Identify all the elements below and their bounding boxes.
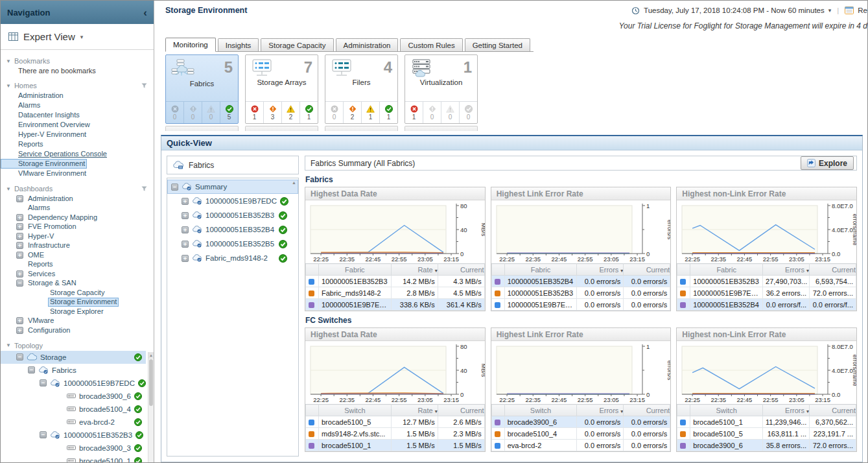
expand-toggle[interactable] bbox=[16, 279, 23, 287]
tab[interactable]: Storage Capacity bbox=[261, 38, 333, 51]
table-row[interactable]: brocade5100_1 1.5 MB/s 1.5 MB/s bbox=[306, 440, 485, 451]
view-selector[interactable]: Expert View ▾ bbox=[1, 24, 154, 50]
sidebar-item[interactable]: Service Operations Console bbox=[1, 149, 109, 159]
sidebar-item[interactable]: Administration bbox=[1, 91, 65, 101]
fabric-tree-item[interactable]: 100000051EB352B4 bbox=[167, 222, 298, 237]
expand-toggle[interactable] bbox=[28, 366, 35, 374]
column-header[interactable]: Fabric bbox=[319, 264, 392, 276]
sidebar-item[interactable]: Storage Environment bbox=[1, 298, 154, 307]
topology-tree-item[interactable]: 100000051E9B7EDC bbox=[1, 377, 146, 390]
scrollbar-thumb[interactable] bbox=[149, 359, 153, 406]
expand-toggle[interactable] bbox=[40, 431, 47, 438]
topology-tree-item[interactable]: brocade3900_3 bbox=[1, 442, 146, 455]
sidebar-item[interactable]: Datacenter Insights bbox=[1, 110, 82, 120]
fabric-tree-item[interactable]: 100000051EB352B3 bbox=[167, 208, 298, 222]
sidebar-item[interactable]: Reports bbox=[1, 139, 45, 149]
sidebar-item[interactable]: Storage & SAN bbox=[1, 279, 154, 289]
topology-tree-item[interactable]: brocade5100_4 bbox=[1, 403, 146, 416]
table-row[interactable]: 100000051EB352B3 27,490,703... 6,593,754… bbox=[677, 276, 856, 287]
sidebar-item[interactable]: Infrastructure bbox=[1, 241, 154, 251]
expand-toggle[interactable] bbox=[182, 212, 189, 219]
expand-toggle[interactable] bbox=[16, 353, 23, 361]
table-row[interactable]: brocade3900_6 0.0 errors/s 0.0 errors/s bbox=[491, 416, 670, 428]
expand-toggle[interactable] bbox=[16, 317, 23, 324]
status-fatal[interactable]: 0 bbox=[166, 102, 184, 123]
sidebar-item[interactable]: VMware bbox=[1, 316, 154, 326]
status-fatal[interactable]: 1 bbox=[405, 102, 423, 123]
expand-toggle[interactable] bbox=[16, 327, 23, 334]
scroll-up-icon[interactable]: ▲ bbox=[148, 352, 154, 359]
table-row[interactable]: brocade5100_1 11,239,946... 6,370,562... bbox=[677, 416, 856, 428]
collapse-sidebar-icon[interactable]: ‹ bbox=[143, 7, 147, 18]
sidebar-item[interactable]: Reports bbox=[1, 260, 154, 270]
sidebar-item[interactable]: Storage Explorer bbox=[1, 307, 154, 316]
status-warning[interactable]: 0 bbox=[202, 102, 220, 123]
status-critical[interactable]: 2 bbox=[344, 102, 362, 123]
topology-tree-item[interactable]: eva-brcd-2 bbox=[1, 416, 146, 429]
column-header[interactable]: Fabric bbox=[504, 264, 577, 276]
filter-icon[interactable] bbox=[141, 186, 147, 191]
sidebar-item[interactable]: OME bbox=[1, 250, 154, 260]
reports-label[interactable]: Re bbox=[858, 6, 867, 14]
section-homes[interactable]: ▼ Homes bbox=[1, 80, 154, 91]
column-header-sorted[interactable]: Rate▾ bbox=[391, 264, 438, 276]
expand-toggle[interactable] bbox=[182, 198, 189, 205]
column-header[interactable]: Current bbox=[438, 264, 484, 276]
summary-tile[interactable]: 4 Filers 0 2 1 bbox=[325, 54, 398, 124]
column-header[interactable]: Current bbox=[810, 405, 856, 416]
table-row[interactable]: 100000051EB352B4 0.0 errors/f... 0.0 err… bbox=[677, 299, 856, 311]
scroll-up-icon[interactable]: ▲ bbox=[292, 180, 296, 185]
status-warning[interactable]: 2 bbox=[282, 102, 300, 123]
expand-toggle[interactable] bbox=[16, 270, 23, 278]
section-topology[interactable]: ▼ Topology bbox=[1, 340, 154, 351]
sidebar-item[interactable]: Storage Environment bbox=[1, 159, 87, 169]
section-bookmarks[interactable]: ▼ Bookmarks bbox=[1, 55, 154, 66]
sidebar-item[interactable]: Hyper-V bbox=[1, 232, 154, 241]
table-row[interactable]: brocade5100_4 0.0 errors/s 0.0 errors/s bbox=[491, 428, 670, 440]
table-row[interactable]: brocade5100_5 12.7 MB/s 2.6 MB/s bbox=[306, 416, 485, 428]
column-header[interactable]: Current bbox=[624, 405, 670, 416]
tab[interactable]: Monitoring bbox=[165, 38, 216, 52]
tab[interactable]: Getting Started bbox=[465, 38, 530, 51]
fabric-tree-item[interactable]: Fabric_mds9148-2 bbox=[167, 251, 298, 265]
table-row[interactable]: 100000051EB352B3 0.0 errors/s 0.0 errors… bbox=[491, 287, 670, 299]
summary-tile[interactable]: 1 Virtualization 1 0 bbox=[405, 54, 478, 124]
topology-tree-item[interactable]: brocade3900_6 bbox=[1, 390, 146, 403]
expand-toggle[interactable] bbox=[16, 214, 23, 221]
table-row[interactable]: 100000051E9B7EDC 0.0 errors/s 0.0 errors… bbox=[491, 299, 670, 311]
time-range-selector[interactable]: Tuesday, July 17, 2018 10:24:08 PM - Now… bbox=[631, 6, 867, 15]
table-row[interactable]: mds9148-2.vfs.stc... 1.5 MB/s 2.3 MB/s bbox=[306, 428, 485, 440]
table-row[interactable]: brocade5100_5 163,811.1 ... 223,191.7 ..… bbox=[677, 428, 856, 440]
tab[interactable]: Custom Rules bbox=[400, 38, 462, 51]
expand-toggle[interactable] bbox=[16, 252, 23, 259]
summary-tile[interactable]: 5 Fabrics 0 0 0 bbox=[165, 54, 239, 124]
status-normal[interactable]: 1 bbox=[300, 102, 318, 123]
status-normal[interactable]: 0 bbox=[460, 102, 477, 123]
expand-toggle[interactable] bbox=[40, 379, 47, 386]
sidebar-item[interactable]: FVE Promotion bbox=[1, 222, 154, 232]
column-header[interactable]: Current bbox=[810, 264, 856, 276]
status-warning[interactable]: 1 bbox=[362, 102, 380, 123]
sidebar-item[interactable]: VMware Environment bbox=[1, 169, 88, 178]
section-dashboards[interactable]: ▼ Dashboards bbox=[1, 183, 154, 194]
explore-button[interactable]: Explore bbox=[801, 156, 854, 170]
topology-tree-item[interactable]: Storage bbox=[1, 351, 146, 364]
reports-icon[interactable] bbox=[845, 6, 854, 14]
sidebar-item[interactable]: Configuration bbox=[1, 326, 154, 335]
expand-toggle[interactable] bbox=[182, 226, 189, 233]
summary-tile[interactable]: 7 Storage Arrays 1 3 bbox=[245, 54, 318, 124]
status-critical[interactable]: 0 bbox=[184, 102, 202, 123]
fabric-tree-item[interactable]: 100000051E9B7EDC bbox=[167, 194, 298, 208]
column-header[interactable]: Fabric bbox=[690, 264, 763, 276]
status-normal[interactable]: 5 bbox=[220, 102, 238, 123]
tab[interactable]: Administration bbox=[336, 38, 399, 51]
table-row[interactable]: brocade3900_6 35.8 errors... 72.0 errors… bbox=[677, 440, 856, 451]
expand-toggle[interactable] bbox=[16, 195, 23, 202]
expand-toggle[interactable] bbox=[182, 241, 189, 248]
status-warning[interactable]: 0 bbox=[441, 102, 460, 123]
topology-scrollbar[interactable]: ▲ bbox=[148, 352, 154, 463]
sidebar-item[interactable]: Alarms bbox=[1, 101, 42, 110]
expand-toggle[interactable] bbox=[171, 184, 178, 191]
sidebar-item[interactable]: Environment Overview bbox=[1, 120, 92, 130]
column-header[interactable]: Current bbox=[624, 264, 670, 276]
